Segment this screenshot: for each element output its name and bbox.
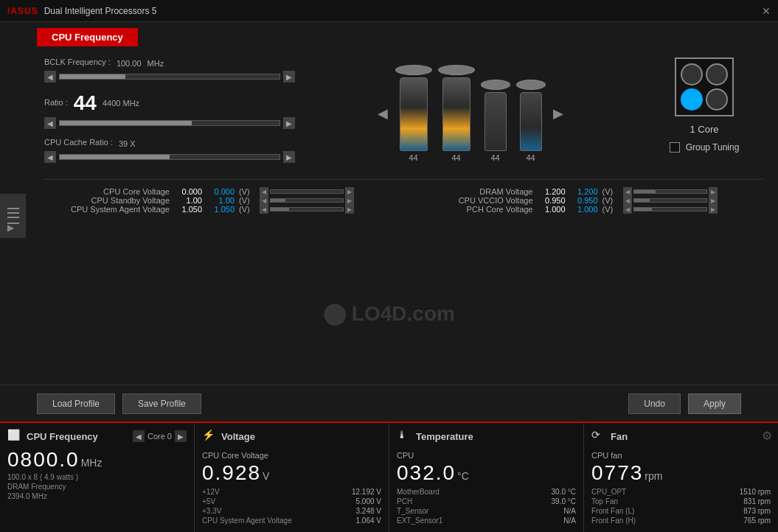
group-tuning-checkbox[interactable] <box>670 142 680 153</box>
volt-val-2: 1.050 <box>174 205 202 214</box>
sensor-val-cpusa: 1.064 V <box>356 517 381 525</box>
ratio-value: 44 <box>74 91 97 115</box>
cyl-label-4: 44 <box>526 153 535 162</box>
apply-button[interactable]: Apply <box>688 393 741 414</box>
bclk-slider-track[interactable] <box>59 74 280 80</box>
volt-track-0[interactable] <box>270 189 344 194</box>
sensor-val-tsensor: N/A <box>563 507 576 515</box>
sensor-name-33v: +3.3V <box>202 507 221 515</box>
voltage-section: CPU Core Voltage 0.000 0.000 (V) ◀ ▶ CPU… <box>44 187 763 214</box>
sensor-row-cpuopt: CPU_OPT 1510 rpm <box>591 488 771 496</box>
volt-row-0: CPU Core Voltage 0.000 0.000 (V) ◀ ▶ <box>52 187 393 196</box>
main-container: CPU Frequency ▶ BCLK Frequency : 100.00 <box>0 22 778 532</box>
ratio-inc-button[interactable]: ▶ <box>283 117 295 129</box>
status-panel-cpu-freq: ⬜ CPU Frequency ◀ Core 0 ▶ 0800.0 MHz 10… <box>0 423 195 532</box>
sensor-val-5v: 5.000 V <box>356 497 381 505</box>
voltages-right: DRAM Voltage 1.200 1.200 (V) ◀ ▶ CPU VCC… <box>415 187 757 214</box>
volt-inc-1[interactable]: ▶ <box>345 196 354 205</box>
cyl-next-button[interactable]: ▶ <box>553 105 563 122</box>
bclk-inc-button[interactable]: ▶ <box>283 71 295 83</box>
cpu-fan-reading: 0773 rpm <box>591 461 771 485</box>
volt-row-1: CPU Standby Voltage 1.00 1.00 (V) ◀ ▶ <box>52 196 393 205</box>
cache-ratio-slider-row: ◀ ▶ <box>44 151 295 163</box>
cache-inc-button[interactable]: ▶ <box>283 151 295 163</box>
core-next-button[interactable]: ▶ <box>175 430 187 442</box>
sidebar-toggle[interactable]: ▶ <box>0 194 26 238</box>
volt-dec-0[interactable]: ◀ <box>260 187 268 196</box>
cpu-freq-value: 0800.0 <box>7 448 80 472</box>
core-grid <box>675 57 734 116</box>
volt-slider-r0: ◀ ▶ <box>623 187 718 196</box>
cpu-fan-unit: rpm <box>645 470 662 482</box>
core-dot-0[interactable] <box>681 63 703 85</box>
volt-track-r1[interactable] <box>633 198 707 203</box>
volt-inc-r1[interactable]: ▶ <box>709 196 718 205</box>
bottom-bar: Load Profile Save Profile Undo Apply <box>0 385 778 421</box>
volt-track-r0[interactable] <box>633 189 707 194</box>
cache-ratio-control: CPU Cache Ratio : 39 X ◀ ▶ <box>44 138 295 163</box>
voltages-left: CPU Core Voltage 0.000 0.000 (V) ◀ ▶ CPU… <box>52 187 393 214</box>
volt-dec-1[interactable]: ◀ <box>260 196 268 205</box>
core-prev-button[interactable]: ◀ <box>133 430 145 442</box>
cpu-fan-value: 0773 <box>591 461 643 485</box>
sensor-name-ext1: EXT_Sensor1 <box>397 517 442 525</box>
sensor-val-cpuopt: 1510 rpm <box>740 488 771 496</box>
temp-header: 🌡 Temperature <box>397 429 576 444</box>
volt-inc-2[interactable]: ▶ <box>345 205 354 214</box>
core-dot-2[interactable] <box>681 88 703 111</box>
volt-row-2: CPU System Agent Voltage 1.050 1.050 (V)… <box>52 205 393 214</box>
fan-icon: ⟳ <box>591 429 606 444</box>
cpu-freq-icon: ⬜ <box>7 429 22 444</box>
cache-slider-track[interactable] <box>59 154 280 160</box>
main-panel: BCLK Frequency : 100.00 MHz ◀ ▶ <box>29 46 778 385</box>
sensor-val-ext1: N/A <box>563 517 576 525</box>
cyl-label-2: 44 <box>451 153 460 162</box>
voltage-sensor-list: +12V 12.192 V +5V 5.000 V +3.3V 3.248 V … <box>202 488 381 525</box>
sensor-val-33v: 3.248 V <box>356 507 381 515</box>
sensor-name-tsensor: T_Sensor <box>397 507 428 515</box>
status-bar: ⬜ CPU Frequency ◀ Core 0 ▶ 0800.0 MHz 10… <box>0 421 778 532</box>
volt-unit-r2: (V) <box>602 205 619 214</box>
close-button[interactable]: ✕ <box>762 5 771 17</box>
cylinder-1: 44 <box>395 65 432 162</box>
cyl-body-3 <box>484 92 507 151</box>
save-profile-button[interactable]: Save Profile <box>122 393 201 414</box>
cyl-label-1: 44 <box>409 153 417 162</box>
volt-dec-r0[interactable]: ◀ <box>623 187 632 196</box>
cyl-top-4 <box>516 80 546 90</box>
cyl-prev-button[interactable]: ◀ <box>378 105 388 122</box>
cpu-temp-unit: °C <box>457 470 469 482</box>
app-title: Dual Intelligent Processors 5 <box>44 6 157 16</box>
volt-track-1[interactable] <box>270 198 344 203</box>
tab-bar: CPU Frequency <box>0 22 778 46</box>
volt-track-2[interactable] <box>270 207 344 211</box>
bclk-label: BCLK Frequency : <box>44 57 111 66</box>
cache-ratio-label: CPU Cache Ratio : <box>44 138 113 147</box>
fan-title: Fan <box>611 431 628 442</box>
core-dot-1[interactable] <box>706 63 728 85</box>
undo-button[interactable]: Undo <box>628 393 681 414</box>
dram-freq-value: 2394.0 MHz <box>7 492 187 500</box>
volt-unit-0: (V) <box>239 187 255 196</box>
volt-dec-2[interactable]: ◀ <box>260 205 268 214</box>
volt-slider-0: ◀ ▶ <box>260 187 354 196</box>
gear-icon[interactable]: ⚙ <box>762 429 772 443</box>
volt-inc-0[interactable]: ▶ <box>345 187 354 196</box>
voltage-title: Voltage <box>221 431 255 442</box>
ratio-slider-track[interactable] <box>59 120 280 126</box>
volt-inc-r2[interactable]: ▶ <box>709 205 718 214</box>
volt-dec-r2[interactable]: ◀ <box>623 205 632 214</box>
volt-inc-r0[interactable]: ▶ <box>709 187 718 196</box>
ratio-control: Ratio : 44 4400 MHz ◀ ▶ <box>44 91 295 129</box>
load-profile-button[interactable]: Load Profile <box>37 393 115 414</box>
bclk-dec-button[interactable]: ◀ <box>44 71 56 83</box>
sensor-row-mb: MotherBoard 30.0 °C <box>397 488 576 496</box>
cache-dec-button[interactable]: ◀ <box>44 151 56 163</box>
tab-cpu-frequency[interactable]: CPU Frequency <box>37 28 138 46</box>
group-tuning-label: Group Tuning <box>686 142 740 153</box>
volt-track-r2[interactable] <box>633 207 707 211</box>
volt-dec-r1[interactable]: ◀ <box>623 196 632 205</box>
dram-freq-label: DRAM Frequency <box>7 483 187 491</box>
core-dot-3[interactable] <box>706 88 728 111</box>
ratio-dec-button[interactable]: ◀ <box>44 117 56 129</box>
